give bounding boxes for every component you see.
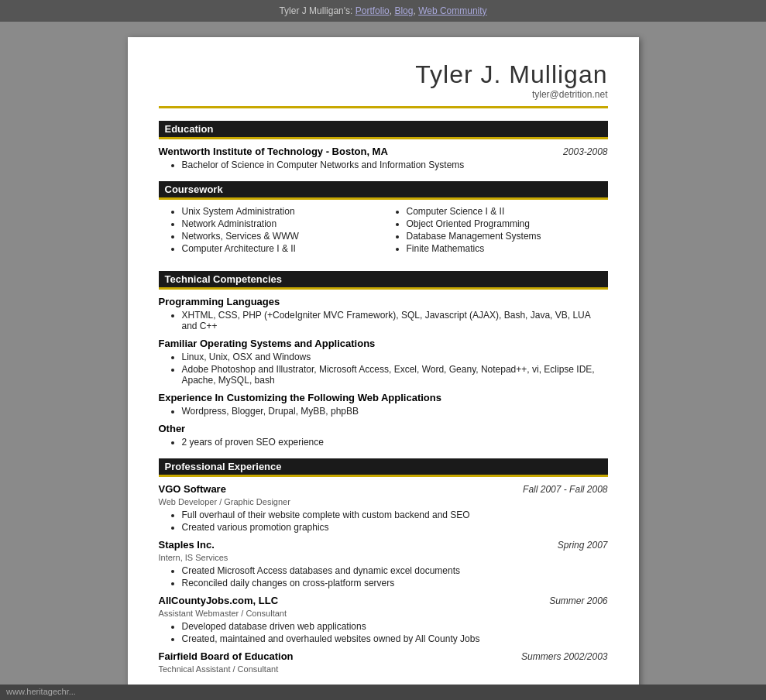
job-vgo: VGO Software Fall 2007 - Fall 2008 Web D… <box>159 483 608 533</box>
coursework-item-8: Finite Mathematics <box>407 243 608 254</box>
technical-section: Technical Competencies Programming Langu… <box>159 271 608 448</box>
job-staples-dates: Spring 2007 <box>558 540 608 551</box>
bottom-bar: www.heritagechr... <box>0 685 766 700</box>
job-staples: Staples Inc. Spring 2007 Intern, IS Serv… <box>159 539 608 588</box>
job-allcounty-subtitle: Assistant Webmaster / Consultant <box>159 609 608 618</box>
competency-programming-item-1: XHTML, CSS, PHP (+CodeIgniter MVC Framew… <box>182 310 608 331</box>
education-header: Education <box>159 121 608 139</box>
competency-programming: Programming Languages XHTML, CSS, PHP (+… <box>159 296 608 331</box>
job-staples-company: Staples Inc. <box>159 539 215 551</box>
topbar-sep1: , <box>390 5 395 16</box>
job-allcounty-company: AllCountyJobs.com, LLC <box>159 595 279 606</box>
competency-other-list: 2 years of proven SEO experience <box>159 437 608 448</box>
bottom-bar-text: www.heritagechr... <box>6 687 76 696</box>
page-wrapper: Tyler J. Mulligan tyler@detrition.net Ed… <box>0 22 766 700</box>
competency-webapps-item-1: Wordpress, Blogger, Drupal, MyBB, phpBB <box>182 406 608 417</box>
coursework-col2: Computer Science I & II Object Oriented … <box>383 206 608 256</box>
coursework-cols: Unix System Administration Network Admin… <box>159 206 608 260</box>
webcommunity-link[interactable]: Web Community <box>418 5 486 16</box>
coursework-item-2: Network Administration <box>182 218 383 229</box>
competency-webapps-list: Wordpress, Blogger, Drupal, MyBB, phpBB <box>159 406 608 417</box>
job-vgo-item-2: Created various promotion graphics <box>182 522 608 533</box>
education-school-row: Wentworth Institute of Technology - Bost… <box>159 146 608 157</box>
competency-other: Other 2 years of proven SEO experience <box>159 423 608 448</box>
competency-os-item-1: Linux, Unix, OSX and Windows <box>182 352 608 362</box>
competency-other-title: Other <box>159 423 608 434</box>
job-vgo-header: VGO Software Fall 2007 - Fall 2008 <box>159 483 608 495</box>
job-staples-list: Created Microsoft Access databases and d… <box>159 565 608 588</box>
coursework-header: Coursework <box>159 181 608 200</box>
competency-webapps: Experience In Customizing the Following … <box>159 392 608 417</box>
resume-header: Tyler J. Mulligan tyler@detrition.net <box>159 60 608 108</box>
job-fairfield-subtitle: Technical Assistant / Consultant <box>159 664 608 674</box>
coursework-item-6: Object Oriented Programming <box>407 218 608 229</box>
experience-section: Professional Experience VGO Software Fal… <box>159 458 608 674</box>
job-staples-item-2: Reconciled daily changes on cross-platfo… <box>182 578 608 588</box>
competency-programming-list: XHTML, CSS, PHP (+CodeIgniter MVC Framew… <box>159 310 608 331</box>
education-school: Wentworth Institute of Technology - Bost… <box>159 146 388 157</box>
job-staples-subtitle: Intern, IS Services <box>159 553 608 562</box>
education-list: Bachelor of Science in Computer Networks… <box>159 160 608 170</box>
experience-header: Professional Experience <box>159 458 608 477</box>
competency-webapps-title: Experience In Customizing the Following … <box>159 392 608 403</box>
competency-os-item-2: Adobe Photoshop and Illustrator, Microso… <box>182 364 608 386</box>
competency-other-item-1: 2 years of proven SEO experience <box>182 437 608 448</box>
competency-os-title: Familiar Operating Systems and Applicati… <box>159 338 608 349</box>
job-vgo-dates: Fall 2007 - Fall 2008 <box>523 484 607 495</box>
job-fairfield-header: Fairfield Board of Education Summers 200… <box>159 650 608 662</box>
competency-os-list: Linux, Unix, OSX and Windows Adobe Photo… <box>159 352 608 386</box>
job-fairfield-dates: Summers 2002/2003 <box>521 651 607 662</box>
job-staples-item-1: Created Microsoft Access databases and d… <box>182 565 608 576</box>
job-allcounty-dates: Summer 2006 <box>549 595 607 606</box>
job-vgo-company: VGO Software <box>159 483 226 495</box>
job-vgo-item-1: Full overhaul of their website complete … <box>182 510 608 520</box>
coursework-item-5: Computer Science I & II <box>407 206 608 217</box>
education-dates: 2003-2008 <box>563 146 607 157</box>
job-vgo-subtitle: Web Developer / Graphic Designer <box>159 497 608 506</box>
job-allcounty-header: AllCountyJobs.com, LLC Summer 2006 <box>159 595 608 606</box>
resume-name: Tyler J. Mulligan <box>159 60 608 89</box>
coursework-col1: Unix System Administration Network Admin… <box>159 206 383 256</box>
competency-os: Familiar Operating Systems and Applicati… <box>159 338 608 386</box>
coursework-section: Coursework Unix System Administration Ne… <box>159 181 608 260</box>
job-staples-header: Staples Inc. Spring 2007 <box>159 539 608 551</box>
job-allcounty: AllCountyJobs.com, LLC Summer 2006 Assis… <box>159 595 608 644</box>
technical-header: Technical Competencies <box>159 271 608 290</box>
job-allcounty-item-2: Created, maintained and overhauled websi… <box>182 633 608 644</box>
competency-programming-title: Programming Languages <box>159 296 608 307</box>
top-bar: Tyler J Mulligan's: Portfolio , Blog , W… <box>0 0 766 22</box>
job-vgo-list: Full overhaul of their website complete … <box>159 510 608 533</box>
job-fairfield: Fairfield Board of Education Summers 200… <box>159 650 608 674</box>
blog-link[interactable]: Blog <box>394 5 413 16</box>
job-allcounty-item-1: Developed database driven web applicatio… <box>182 621 608 632</box>
coursework-item-3: Networks, Services & WWW <box>182 231 383 242</box>
job-fairfield-company: Fairfield Board of Education <box>159 650 294 662</box>
coursework-item-7: Database Management Systems <box>407 231 608 242</box>
job-allcounty-list: Developed database driven web applicatio… <box>159 621 608 644</box>
education-section: Education Wentworth Institute of Technol… <box>159 121 608 170</box>
portfolio-link[interactable]: Portfolio <box>356 5 390 16</box>
education-item-1: Bachelor of Science in Computer Networks… <box>182 160 608 170</box>
resume-email: tyler@detrition.net <box>159 89 608 100</box>
resume-document: Tyler J. Mulligan tyler@detrition.net Ed… <box>128 37 639 700</box>
topbar-text: Tyler J Mulligan's: <box>279 5 355 16</box>
coursework-item-4: Computer Architecture I & II <box>182 243 383 254</box>
topbar-sep2: , <box>413 5 418 16</box>
coursework-item-1: Unix System Administration <box>182 206 383 217</box>
